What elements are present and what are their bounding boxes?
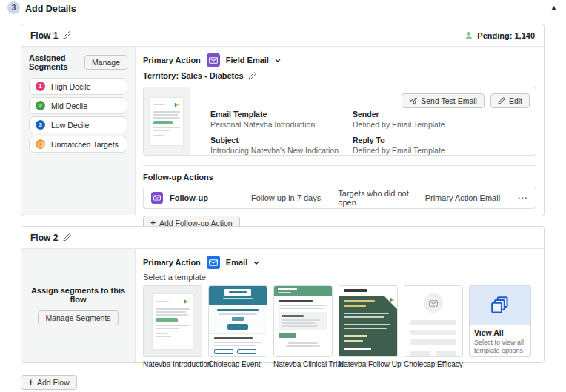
- stacked-templates-icon: [490, 295, 510, 316]
- template-label: Natevba Follow Up: [339, 360, 398, 368]
- pending-status: Pending: 1,140: [465, 31, 535, 40]
- send-icon: [409, 97, 417, 105]
- section-header: 3 Add Details ▲: [0, 0, 566, 16]
- followup-more-menu-icon[interactable]: ···: [512, 193, 528, 202]
- view-all-templates-card[interactable]: View All Select to view all template opt…: [469, 285, 531, 357]
- flow1-header: Flow 1 Pending: 1,140: [21, 24, 544, 47]
- followup-action-row[interactable]: Follow-up Follow up in 7 days Targets wh…: [143, 187, 536, 209]
- primary-action-label: Primary Action: [143, 258, 201, 267]
- followup-email-icon: [151, 192, 163, 204]
- template-thumbnail: [208, 285, 267, 357]
- template-card-cholecap-event[interactable]: Cholecap Event: [208, 285, 267, 368]
- segment-mid-decile[interactable]: 2 Mid Decile: [29, 97, 127, 114]
- field-email-template: Email Template Personal Natevba Introduc…: [210, 110, 353, 129]
- segment-low-decile[interactable]: 3 Low Decile: [29, 116, 127, 133]
- unmatched-targets-icon: [36, 139, 45, 149]
- template-thumbnail: [339, 285, 398, 357]
- pending-label: Pending: 1,140: [477, 31, 535, 40]
- flow2-header: Flow 2: [21, 227, 544, 249]
- natevba-logo-icon: [182, 298, 190, 305]
- flow1-content: Primary Action Field Email Territory: Sa…: [136, 47, 544, 215]
- view-all-icon-area: [470, 286, 530, 325]
- email-icon: [207, 256, 220, 269]
- flow2-segments-sidebar: Assign segments to this flow Manage Segm…: [21, 249, 136, 362]
- flow1-segments-sidebar: Assigned Segments Manage 1 High Decile 2…: [21, 47, 136, 215]
- flow1-title: Flow 1: [30, 30, 58, 41]
- segment-high-decile[interactable]: 1 High Decile: [29, 78, 127, 95]
- divider: [143, 165, 536, 166]
- template-card-cholecap-efficacy[interactable]: Cholecap Efficacy: [404, 285, 463, 368]
- edit-flow1-pencil-icon[interactable]: [63, 31, 71, 39]
- template-label: Natevba Clinical Trial: [273, 360, 333, 368]
- template-card-natevba-follow-up[interactable]: Natevba Follow Up: [339, 285, 398, 368]
- edit-template-button[interactable]: Edit: [490, 93, 530, 108]
- add-flow-button[interactable]: + Add Flow: [21, 375, 77, 390]
- followup-actions-heading: Follow-up Actions: [143, 173, 536, 182]
- template-label: Natevba Introduction: [143, 360, 202, 368]
- collapse-section-icon[interactable]: ▲: [550, 3, 557, 12]
- template-thumbnail: [404, 285, 463, 357]
- person-icon: [465, 31, 473, 40]
- followup-name: Follow-up: [170, 193, 208, 202]
- template-label: Cholecap Efficacy: [404, 360, 463, 368]
- template-label: Cholecap Event: [208, 360, 267, 368]
- plus-icon: +: [28, 379, 33, 386]
- select-template-label: Select a template: [143, 273, 536, 282]
- email-placeholder-icon: [429, 300, 438, 307]
- flow2-title: Flow 2: [30, 233, 58, 243]
- territory-label: Territory: Sales - Diabetes: [143, 71, 244, 80]
- manage-segments-button[interactable]: Manage: [84, 55, 127, 70]
- primary-action-label: Primary Action: [143, 56, 201, 64]
- flow2-panel: Flow 2 Assign segments to this flow Mana…: [21, 226, 545, 363]
- followup-audience: Targets who did not open: [338, 189, 424, 207]
- segment-badge: 3: [36, 120, 45, 130]
- manage-segments-flow2-button[interactable]: Manage Segments: [38, 310, 118, 325]
- template-thumbnail: [143, 285, 202, 357]
- natevba-logo-icon: [389, 296, 396, 303]
- step-number-badge: 3: [7, 1, 20, 14]
- followup-timing: Follow up in 7 days: [251, 193, 338, 202]
- edit-territory-pencil-icon[interactable]: [248, 72, 256, 80]
- flow2-content: Primary Action Email Select a template: [136, 249, 544, 362]
- primary-action-type[interactable]: Field Email: [226, 56, 269, 64]
- send-test-email-button[interactable]: Send Test Email: [402, 93, 485, 108]
- chevron-down-icon[interactable]: [275, 59, 281, 62]
- segment-badge: 2: [36, 101, 45, 110]
- view-all-subtitle: Select to view all template options: [474, 339, 526, 356]
- natevba-logo-icon: [173, 102, 180, 108]
- template-card-natevba-introduction[interactable]: Natevba Introduction: [143, 285, 202, 368]
- field-subject: Subject Introducing Natevba's New Indica…: [210, 136, 353, 155]
- template-card-natevba-clinical-trial[interactable]: Natevba Clinical Trial: [273, 285, 333, 368]
- segment-badge: 1: [36, 82, 45, 91]
- flow1-panel: Flow 1 Pending: 1,140 Assigned Segments …: [21, 24, 545, 216]
- view-all-title: View All: [474, 328, 526, 337]
- followup-source: Primary Action Email: [425, 193, 512, 202]
- assigned-segments-heading: Assigned Segments: [29, 53, 84, 71]
- field-reply-to: Reply To Defined by Email Template: [353, 136, 528, 155]
- edit-flow2-pencil-icon[interactable]: [63, 233, 71, 242]
- chevron-down-icon[interactable]: [253, 261, 259, 265]
- segment-unmatched-targets[interactable]: Unmatched Targets: [29, 136, 127, 153]
- field-sender: Sender Defined by Email Template: [353, 110, 528, 129]
- pencil-icon: [498, 97, 505, 104]
- template-thumbnail: [273, 285, 333, 357]
- field-email-icon: [207, 53, 220, 67]
- primary-action-type[interactable]: Email: [226, 258, 247, 267]
- page-title: Add Details: [25, 4, 76, 14]
- email-template-thumbnail: [144, 87, 190, 155]
- email-template-card: Email Template Personal Natevba Introduc…: [143, 87, 536, 156]
- assign-segments-text: Assign segments to this flow: [29, 286, 127, 304]
